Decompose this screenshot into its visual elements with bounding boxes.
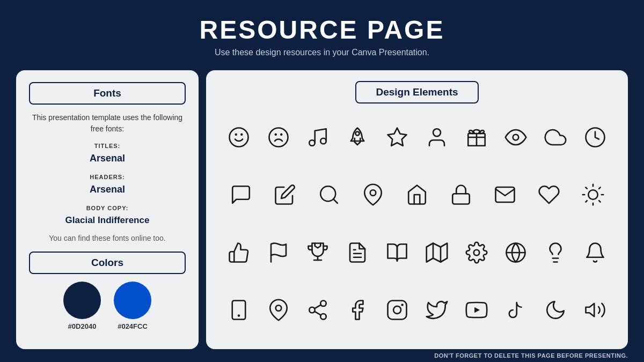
lightbulb-icon [539,239,572,267]
left-panel: Fonts This presentation template uses th… [16,70,199,349]
colors-section: Colors #0D2040 #024FCC [29,252,186,330]
rocket-icon [341,123,374,151]
font-headers-label: HEADERS: [90,174,125,180]
eye-icon [499,123,532,151]
svg-point-16 [370,190,376,196]
phone-icon [222,296,255,324]
pencil-icon [268,181,302,209]
pin-icon [356,181,390,209]
icons-row-4 [219,296,615,324]
share-icon [301,296,334,324]
color-circle-dark [63,282,101,319]
svg-point-43 [321,314,327,320]
cloud-icon [539,123,572,151]
fonts-label: Fonts [29,82,186,105]
svg-point-0 [229,128,248,146]
page-header: RESOURCE PAGE Use these design resources… [0,0,644,63]
settings-icon [460,239,493,267]
svg-point-33 [473,250,479,256]
location-icon [262,296,295,324]
document-icon [341,239,374,267]
color-hex-blue: #024FCC [118,322,148,330]
svg-line-21 [586,188,587,189]
svg-line-44 [315,312,321,315]
svg-line-22 [599,201,600,202]
svg-point-12 [513,135,519,141]
svg-point-18 [588,190,598,200]
main-content: Fonts This presentation template uses th… [0,70,644,349]
font-body-label: BODY COPY: [86,205,129,211]
svg-point-8 [356,131,360,135]
mail-icon [488,181,522,209]
color-circle-blue [114,282,151,319]
colors-label: Colors [29,252,186,274]
svg-point-41 [321,301,327,307]
youtube-icon [460,296,493,324]
heart-icon [532,181,566,209]
svg-line-25 [586,201,587,202]
book-icon [380,239,414,267]
color-swatch-blue: #024FCC [114,282,151,330]
chat-icon [224,181,258,209]
svg-point-42 [310,307,316,313]
icons-row-1 [219,123,615,151]
gift-icon [460,123,493,151]
clock-icon [579,123,612,151]
megaphone-icon [579,296,612,324]
font-titles-name: Arsenal [29,151,186,166]
flag-icon [262,239,295,267]
svg-point-40 [275,306,281,312]
star-icon [380,123,414,151]
svg-rect-17 [452,194,470,204]
sun-icon [576,181,610,209]
icons-row-3 [219,239,615,267]
facebook-icon [341,296,374,324]
sad-icon [262,123,295,151]
font-headers-name: Arsenal [29,182,186,197]
svg-rect-46 [388,301,407,320]
svg-line-15 [333,199,338,203]
find-fonts-text: You can find these fonts online too. [29,233,186,244]
svg-marker-49 [586,304,595,317]
music-icon [301,123,334,151]
svg-marker-48 [474,307,480,313]
svg-marker-9 [388,128,407,145]
font-titles: TITLES: Arsenal [29,140,186,166]
fonts-intro: This presentation template uses the foll… [29,112,186,135]
fonts-content: This presentation template uses the foll… [29,112,186,244]
page-subtitle: Use these design resources in your Canva… [0,48,644,57]
font-body-name: Glacial Indifference [29,213,186,227]
globe-icon [499,239,532,267]
moon-icon [539,296,572,324]
svg-point-7 [321,138,327,144]
search-icon [312,181,346,209]
icons-row-2 [219,181,615,209]
color-hex-dark: #0D2040 [68,322,97,330]
design-elements-label: Design Elements [355,81,478,104]
svg-line-26 [599,188,600,189]
instagram-icon [380,296,414,324]
font-headers: HEADERS: Arsenal [29,171,186,197]
tiktok-icon [499,296,532,324]
svg-line-45 [315,305,321,309]
footer-note: DON'T FORGET TO DELETE THIS PAGE BEFORE … [0,349,644,362]
color-swatch-dark: #0D2040 [63,282,101,330]
color-swatches: #0D2040 #024FCC [29,282,186,330]
bell-icon [579,239,612,267]
font-body: BODY COPY: Glacial Indifference [29,202,186,227]
design-elements-header: Design Elements [219,81,615,104]
icons-grid [219,109,615,338]
home-icon [400,181,434,209]
map-icon [420,239,453,267]
thumbsup-icon [222,239,255,267]
smiley-icon [222,123,255,151]
svg-point-3 [269,128,288,146]
svg-point-6 [310,140,316,146]
right-panel: Design Elements [206,70,628,349]
svg-marker-30 [427,243,448,262]
twitter-icon [420,296,453,324]
lock-icon [444,181,478,209]
trophy-icon [301,239,334,267]
page-title: RESOURCE PAGE [0,15,644,45]
font-titles-label: TITLES: [94,143,121,149]
